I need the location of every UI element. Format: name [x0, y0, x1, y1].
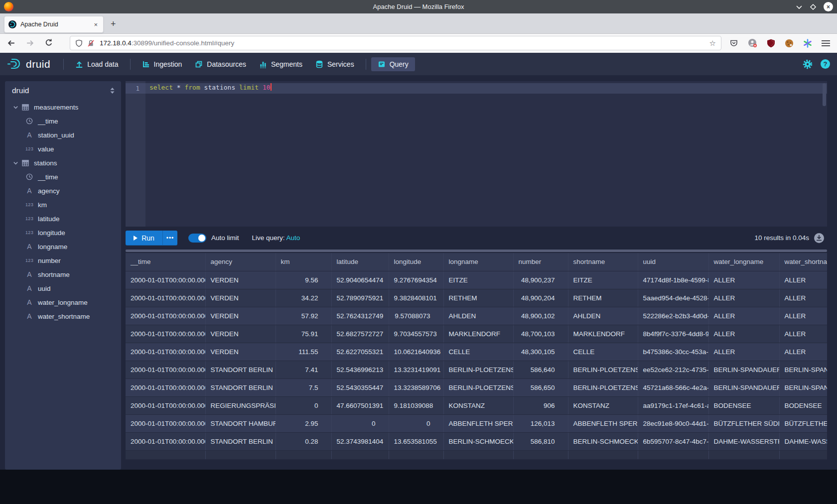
cell[interactable]: ee52ce62-212c-4735-b4: [638, 361, 708, 378]
cell[interactable]: VERDEN: [205, 325, 276, 343]
cell[interactable]: 6b595707-8c47-4bc7-a8: [638, 432, 708, 450]
cell[interactable]: BERLIN-SPANDAUER-SC: [779, 378, 827, 396]
cell[interactable]: 2000-01-01T00:00:00.000Z: [126, 378, 205, 396]
cell[interactable]: RETHEM: [568, 289, 638, 307]
cell[interactable]: aa9179c1-17ef-4c61-a48: [638, 396, 708, 414]
cell[interactable]: 52.6227055321: [331, 343, 389, 361]
live-query-value[interactable]: Auto: [286, 234, 300, 242]
column-header-__time[interactable]: __time: [126, 253, 205, 271]
nav-services[interactable]: Services: [309, 57, 361, 71]
lock-insecure-icon[interactable]: [87, 39, 95, 47]
bookmark-star-icon[interactable]: ☆: [709, 39, 716, 48]
cell[interactable]: BERLIN-PLOETZENSEE U: [568, 378, 638, 396]
cell[interactable]: 2000-01-01T00:00:00.000Z: [126, 271, 205, 289]
cell[interactable]: 586,640: [513, 361, 568, 378]
cell[interactable]: 10.0621640936: [389, 343, 443, 361]
cell[interactable]: 0.28: [276, 432, 331, 450]
tree-item-uuid[interactable]: A 123 uuid: [5, 281, 121, 295]
nav-ingestion[interactable]: Ingestion: [136, 57, 189, 71]
cell[interactable]: 522286e2-b2b3-4d0d-9a: [638, 307, 708, 325]
cell[interactable]: 8b4f9f7c-3376-4dd8-95c: [638, 325, 708, 343]
cell[interactable]: 2000-01-01T00:00:00.000Z: [126, 432, 205, 450]
tree-item-value[interactable]: A 123 value: [5, 142, 121, 156]
cell[interactable]: ALLER: [708, 271, 779, 289]
cell[interactable]: KONSTANZ: [443, 396, 513, 414]
cell[interactable]: REGIERUNGSPRÄSIDIUM: [205, 396, 276, 414]
cell[interactable]: 9.56: [276, 271, 331, 289]
column-header-agency[interactable]: agency: [205, 253, 276, 271]
cell[interactable]: 48,900,237: [513, 271, 568, 289]
cell[interactable]: AHLDEN: [443, 307, 513, 325]
cell[interactable]: 52.5436996213: [331, 361, 389, 378]
cell[interactable]: 9.3828408101: [389, 289, 443, 307]
cell[interactable]: STANDORT BERLIN: [205, 378, 276, 396]
tree-item-longitude[interactable]: A 123 longitude: [5, 226, 121, 240]
cell[interactable]: ALLER: [779, 307, 827, 325]
sort-icon[interactable]: [110, 87, 115, 94]
cell[interactable]: 111.55: [276, 343, 331, 361]
cell[interactable]: BERLIN-PLOETZENSEE U: [443, 378, 513, 396]
cell[interactable]: MARKLENDORF: [568, 325, 638, 343]
cell[interactable]: 48,900,204: [513, 289, 568, 307]
cell[interactable]: 586,650: [513, 378, 568, 396]
column-header-km[interactable]: km: [276, 253, 331, 271]
cell[interactable]: VERDEN: [205, 343, 276, 361]
tree-item-__time[interactable]: A 123 __time: [5, 114, 121, 128]
live-query-label[interactable]: Live query: Auto: [252, 234, 300, 242]
cell[interactable]: KONSTANZ: [568, 396, 638, 414]
cell[interactable]: BÜTZFLETHER SÜDERELBE: [779, 414, 827, 432]
cell[interactable]: BODENSEE: [708, 396, 779, 414]
column-header-water_shortname[interactable]: water_shortname: [779, 253, 827, 271]
cell[interactable]: ALLER: [779, 343, 827, 361]
cell[interactable]: STANDORT HAMBURG: [205, 414, 276, 432]
sql-code-line[interactable]: select * from stations limit 10: [149, 83, 272, 94]
cell[interactable]: CELLE: [443, 343, 513, 361]
cell[interactable]: 52.9040654474: [331, 271, 389, 289]
auto-limit-toggle[interactable]: [188, 234, 206, 243]
nav-query[interactable]: Query: [371, 57, 415, 71]
cell[interactable]: BERLIN-PLOETZENSEE O: [568, 361, 638, 378]
menu-hamburger-icon[interactable]: [822, 40, 830, 47]
account-icon[interactable]: [748, 38, 757, 48]
pane-resize-handle[interactable]: [126, 250, 827, 252]
cell[interactable]: 13.3238589706: [389, 378, 443, 396]
browser-tab[interactable]: Apache Druid ×: [4, 16, 104, 33]
tree-item-shortname[interactable]: A 123 shortname: [5, 267, 121, 281]
cell[interactable]: 48,300,105: [513, 343, 568, 361]
cell[interactable]: 0: [276, 396, 331, 414]
editor-scrollbar[interactable]: [823, 83, 826, 106]
cell[interactable]: VERDEN: [205, 271, 276, 289]
cell[interactable]: ALLER: [708, 289, 779, 307]
cell[interactable]: ALLER: [708, 325, 779, 343]
cell[interactable]: ALLER: [708, 343, 779, 361]
cell[interactable]: 52.6827572727: [331, 325, 389, 343]
help-icon[interactable]: ?: [821, 59, 830, 69]
cell[interactable]: BERLIN-SCHMOECKWITZ: [568, 432, 638, 450]
cell[interactable]: 2.95: [276, 414, 331, 432]
cell[interactable]: 126,013: [513, 414, 568, 432]
cell[interactable]: ALLER: [779, 289, 827, 307]
cell[interactable]: STANDORT BERLIN: [205, 361, 276, 378]
cell[interactable]: 48,700,103: [513, 325, 568, 343]
column-header-longitude[interactable]: longitude: [389, 253, 443, 271]
cell[interactable]: 2000-01-01T00:00:00.000Z: [126, 343, 205, 361]
download-icon[interactable]: [814, 233, 824, 243]
ublock-shield-icon[interactable]: [767, 39, 775, 48]
cell[interactable]: AHLDEN: [568, 307, 638, 325]
cell[interactable]: DAHME-WASSERSTRASSE: [708, 432, 779, 450]
cell[interactable]: ALLER: [779, 325, 827, 343]
column-header-number[interactable]: number: [513, 253, 568, 271]
tree-item-water_longname[interactable]: A 123 water_longname: [5, 295, 121, 309]
cookie-icon[interactable]: [785, 39, 794, 48]
cell[interactable]: BODENSEE: [779, 396, 827, 414]
cell[interactable]: EITZE: [443, 271, 513, 289]
cell[interactable]: 52.3743981404: [331, 432, 389, 450]
cell[interactable]: 9.2767694354: [389, 271, 443, 289]
cell[interactable]: BERLIN-SPANDAUER-SC: [708, 361, 779, 378]
cell[interactable]: ALLER: [708, 307, 779, 325]
back-icon[interactable]: [7, 39, 15, 47]
cell[interactable]: STANDORT BERLIN: [205, 432, 276, 450]
tree-item-station_uuid[interactable]: A 123 station_uuid: [5, 128, 121, 142]
new-tab-button[interactable]: +: [111, 19, 116, 28]
cell[interactable]: ALLER: [779, 271, 827, 289]
